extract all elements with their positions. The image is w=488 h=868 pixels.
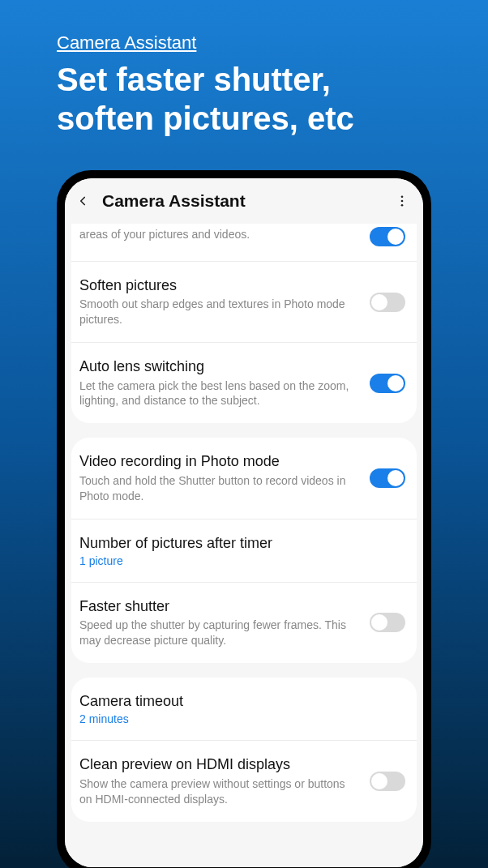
promo-link[interactable]: Camera Assistant [57,32,431,53]
setting-title: Soften pictures [79,276,360,295]
page-title: Camera Assistant [102,191,392,211]
setting-desc: Touch and hold the Shutter button to rec… [79,473,360,504]
app-bar: Camera Assistant [65,178,423,224]
setting-title: Camera timeout [79,692,396,711]
setting-row-faster-shutter[interactable]: Faster shutter Speed up the shutter by c… [71,583,417,663]
setting-row-auto-hdr[interactable]: areas of your pictures and videos. [71,224,417,262]
setting-row-video-photo-mode[interactable]: Video recording in Photo mode Touch and … [71,438,417,519]
setting-desc: areas of your pictures and videos. [79,227,360,242]
setting-value: 2 minutes [79,712,396,725]
setting-desc: Let the camera pick the best lens based … [79,378,360,409]
more-icon[interactable] [392,191,412,211]
settings-content[interactable]: areas of your pictures and videos. Softe… [65,224,423,867]
svg-point-0 [401,195,404,198]
setting-title: Auto lens switching [79,357,360,376]
toggle-switch[interactable] [370,613,405,632]
settings-group: areas of your pictures and videos. Softe… [71,224,417,423]
setting-desc: Show the camera preview without settings… [79,776,360,807]
toggle-switch[interactable] [370,227,405,246]
setting-title: Number of pictures after timer [79,534,396,553]
setting-title: Video recording in Photo mode [79,452,360,471]
setting-title: Faster shutter [79,597,360,616]
phone-frame: Camera Assistant areas of your pictures … [57,170,431,868]
svg-point-1 [401,200,404,203]
toggle-switch[interactable] [370,772,405,791]
setting-row-camera-timeout[interactable]: Camera timeout 2 minutes [71,678,417,741]
setting-row-hdmi-preview[interactable]: Clean preview on HDMI displays Show the … [71,741,417,821]
promo-headline: Set faster shutter, soften pictures, etc [57,60,431,138]
setting-row-soften-pictures[interactable]: Soften pictures Smooth out sharp edges a… [71,262,417,343]
back-icon[interactable] [73,191,92,211]
settings-group: Camera timeout 2 minutes Clean preview o… [71,678,417,822]
setting-desc: Speed up the shutter by capturing fewer … [79,618,360,648]
toggle-switch[interactable] [370,468,405,488]
setting-row-auto-lens[interactable]: Auto lens switching Let the camera pick … [71,343,417,423]
toggle-switch[interactable] [370,374,405,393]
setting-desc: Smooth out sharp edges and textures in P… [79,297,360,327]
setting-title: Clean preview on HDMI displays [79,755,360,774]
setting-value: 1 picture [79,554,396,567]
setting-row-timer-pictures[interactable]: Number of pictures after timer 1 picture [71,520,417,583]
phone-screen: Camera Assistant areas of your pictures … [65,178,423,867]
toggle-switch[interactable] [370,293,405,312]
svg-point-2 [401,204,404,207]
settings-group: Video recording in Photo mode Touch and … [71,438,417,663]
promo-header: Camera Assistant Set faster shutter, sof… [0,0,488,146]
